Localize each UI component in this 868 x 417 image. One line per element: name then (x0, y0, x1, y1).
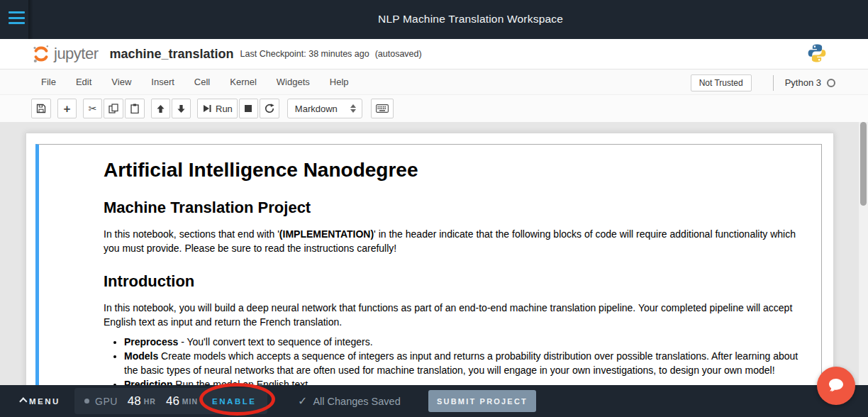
notebook-h2-introduction: Introduction (104, 272, 811, 291)
workspace-menu-toggle[interactable]: MENU (18, 385, 60, 417)
workspace-title: NLP Machine Translation Workspace (378, 13, 563, 26)
gpu-hours-value: 48 (128, 394, 141, 408)
scrollbar-thumb[interactable] (860, 122, 867, 206)
notebook-title[interactable]: machine_translation (110, 47, 234, 62)
keyboard-icon (376, 104, 389, 113)
notebook-paragraph-intro: In this notebook, you will build a deep … (104, 301, 811, 329)
jupyter-menubar: File Edit View Insert Cell Kernel Widget… (0, 69, 868, 95)
jupyter-toolbar: + ✂ (0, 95, 868, 122)
chat-support-button[interactable] (817, 367, 855, 405)
jupyter-logo[interactable]: jupyter (32, 44, 99, 64)
run-cell-button[interactable]: Run (197, 99, 238, 118)
kernel-name-label: Python 3 (785, 77, 821, 88)
jupyter-logo-icon (32, 44, 50, 64)
list-item-preprocess: Preprocess - You'll convert text to sequ… (124, 335, 811, 349)
menu-view[interactable]: View (101, 72, 141, 91)
save-button[interactable] (31, 99, 51, 118)
trust-status-badge[interactable]: Not Trusted (691, 74, 752, 91)
divider (773, 75, 774, 91)
notebook-paragraph-implementation: In this notebook, sections that end with… (104, 227, 811, 255)
menu-widgets[interactable]: Widgets (267, 72, 320, 91)
chat-bubble-icon (827, 377, 845, 394)
gpu-hours-unit: HR (144, 397, 156, 406)
menu-file[interactable]: File (31, 72, 66, 91)
copy-cell-button[interactable] (104, 99, 123, 118)
workspace-statusbar: MENU GPU 48 HR 46 MIN ENABLE ✓ All Chang… (0, 385, 868, 417)
restart-icon (265, 104, 274, 113)
save-status-label: All Changes Saved (313, 396, 400, 407)
arrow-up-icon (156, 104, 165, 113)
paste-icon (130, 104, 140, 113)
notebook-h2-project: Machine Translation Project (104, 199, 811, 217)
stop-icon (244, 104, 252, 113)
submit-project-button[interactable]: SUBMIT PROJECT (428, 390, 536, 412)
workspace-window: NLP Machine Translation Workspace jupyte… (0, 0, 868, 417)
list-item-models: Models Create models which accepts a seq… (124, 349, 811, 377)
sidebar-edge-shadow (28, 0, 33, 39)
plus-icon: + (64, 103, 71, 115)
insert-cell-button[interactable]: + (57, 99, 77, 118)
notebook-scroll-area[interactable]: Artificial Intelligence Nanodegree Machi… (0, 122, 868, 417)
hamburger-menu-icon[interactable] (9, 11, 25, 27)
check-icon: ✓ (298, 394, 307, 408)
notebook-container: Artificial Intelligence Nanodegree Machi… (26, 133, 834, 417)
cut-cell-button[interactable]: ✂ (83, 99, 102, 118)
kernel-idle-indicator-icon (827, 79, 835, 87)
menu-cell[interactable]: Cell (184, 72, 220, 91)
restart-kernel-button[interactable] (260, 99, 279, 118)
cell-type-select[interactable]: Markdown (287, 99, 362, 118)
scissors-icon: ✂ (89, 104, 97, 113)
autosave-status: (autosaved) (375, 49, 422, 59)
command-palette-button[interactable] (371, 99, 394, 118)
gpu-status-dot-icon (84, 399, 89, 404)
menu-insert[interactable]: Insert (141, 72, 184, 91)
copy-icon (108, 104, 118, 113)
gpu-minutes-value: 46 (166, 394, 179, 408)
paste-cell-button[interactable] (125, 99, 145, 118)
run-button-label: Run (216, 104, 233, 114)
move-cell-down-button[interactable] (172, 99, 191, 118)
jupyter-header: jupyter machine_translation Last Checkpo… (0, 39, 868, 69)
jupyter-logo-text: jupyter (54, 45, 99, 63)
python-logo-icon (807, 43, 827, 66)
save-status: ✓ All Changes Saved (298, 385, 401, 417)
last-checkpoint-text: Last Checkpoint: 38 minutes ago (240, 49, 369, 59)
vertical-scrollbar[interactable] (859, 122, 868, 417)
menu-kernel[interactable]: Kernel (220, 72, 267, 91)
notebook-bullet-list: Preprocess - You'll convert text to sequ… (104, 335, 811, 391)
run-icon (202, 104, 212, 113)
gpu-minutes-unit: MIN (182, 397, 198, 406)
interrupt-kernel-button[interactable] (239, 99, 258, 118)
cell-type-value: Markdown (295, 104, 338, 114)
save-icon (36, 104, 46, 113)
menu-edit[interactable]: Edit (66, 72, 101, 91)
menu-help[interactable]: Help (320, 72, 359, 91)
chevron-up-icon (19, 397, 27, 405)
arrow-down-icon (177, 104, 186, 113)
select-stepper-icon (350, 104, 356, 113)
menu-toggle-label: MENU (29, 397, 60, 406)
move-cell-up-button[interactable] (151, 99, 170, 118)
notebook-h1: Artificial Intelligence Nanodegree (104, 159, 811, 182)
gpu-label: GPU (95, 396, 118, 407)
red-circle-annotation (199, 383, 275, 416)
workspace-topbar: NLP Machine Translation Workspace (0, 0, 868, 39)
selected-markdown-cell[interactable]: Artificial Intelligence Nanodegree Machi… (35, 144, 822, 417)
